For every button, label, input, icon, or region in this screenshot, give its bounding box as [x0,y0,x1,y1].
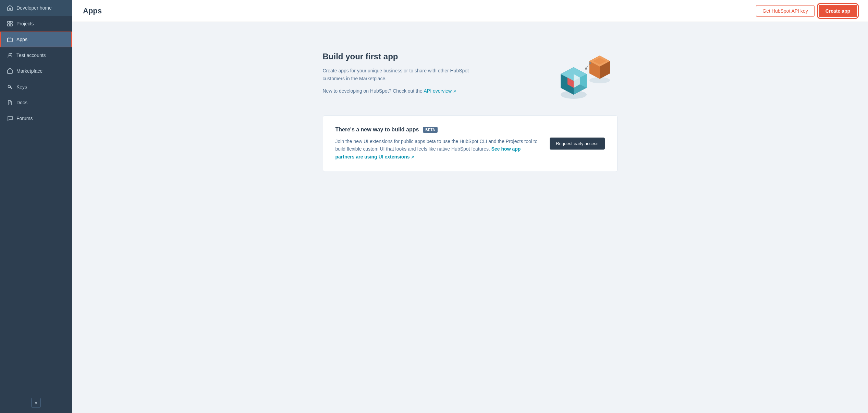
hero-description: Create apps for your unique business or … [323,67,474,82]
request-early-access-button[interactable]: Request early access [550,138,604,150]
sidebar-item-projects-label: Projects [16,21,34,26]
sidebar-item-keys[interactable]: Keys [0,79,72,95]
sidebar-item-keys-label: Keys [16,84,27,90]
svg-point-22 [589,62,591,64]
svg-rect-4 [8,38,12,42]
hero-section: Build your first app Create apps for you… [323,43,618,104]
keys-icon [7,84,13,90]
sidebar-item-apps[interactable]: Apps [0,32,72,47]
svg-point-5 [9,53,11,55]
sidebar-item-marketplace-label: Marketplace [16,68,42,74]
svg-point-21 [585,68,587,70]
hero-illustration [549,43,618,104]
page-header: Apps Get HubSpot API key Create app [72,0,868,22]
projects-icon [7,21,13,27]
hero-api-text: New to developing on HubSpot? Check out … [323,87,474,95]
beta-card-title-row: There's a new way to build apps BETA [335,127,539,133]
external-link-icon: ↗ [453,89,456,93]
boxes-svg [549,43,618,104]
sidebar-item-developer-home[interactable]: Developer home [0,0,72,16]
test-accounts-icon [7,52,13,58]
beta-card-description: Join the new UI extensions for public ap… [335,138,539,161]
hero-title: Build your first app [323,52,474,61]
sidebar-item-projects[interactable]: Projects [0,16,72,32]
sidebar-item-test-accounts[interactable]: Test accounts [0,47,72,63]
svg-rect-0 [8,21,10,23]
sidebar-item-apps-label: Apps [16,37,27,42]
svg-rect-3 [10,24,12,26]
beta-card-heading: There's a new way to build apps [335,127,419,133]
svg-rect-2 [8,24,10,26]
main-area: Apps Get HubSpot API key Create app Buil… [72,0,868,413]
api-overview-link[interactable]: API overview ↗ [424,88,456,94]
hero-text-block: Build your first app Create apps for you… [323,52,474,95]
external-link-icon-2: ↗ [411,155,414,159]
sidebar: Developer home Projects Apps [0,0,72,413]
get-api-key-button[interactable]: Get HubSpot API key [756,5,814,17]
forums-icon [7,115,13,121]
sidebar-item-forums[interactable]: Forums [0,110,72,126]
docs-icon [7,99,13,106]
svg-rect-1 [10,21,12,23]
page-content: Build your first app Create apps for you… [72,22,868,413]
sidebar-item-test-accounts-label: Test accounts [16,52,46,58]
create-app-button[interactable]: Create app [819,5,857,17]
svg-rect-6 [8,70,12,73]
header-actions: Get HubSpot API key Create app [756,5,857,17]
beta-card: There's a new way to build apps BETA Joi… [323,115,618,172]
beta-badge: BETA [423,127,437,133]
sidebar-item-docs-label: Docs [16,100,27,105]
sidebar-collapse-area: « [0,398,72,408]
sidebar-item-forums-label: Forums [16,116,33,121]
sidebar-item-marketplace[interactable]: Marketplace [0,63,72,79]
sidebar-item-docs[interactable]: Docs [0,95,72,110]
sidebar-item-developer-home-label: Developer home [16,5,52,11]
home-icon [7,5,13,11]
marketplace-icon [7,68,13,74]
apps-icon [7,36,13,43]
page-title: Apps [83,7,102,15]
sidebar-collapse-button[interactable]: « [31,398,41,408]
beta-card-content: There's a new way to build apps BETA Joi… [335,127,539,161]
